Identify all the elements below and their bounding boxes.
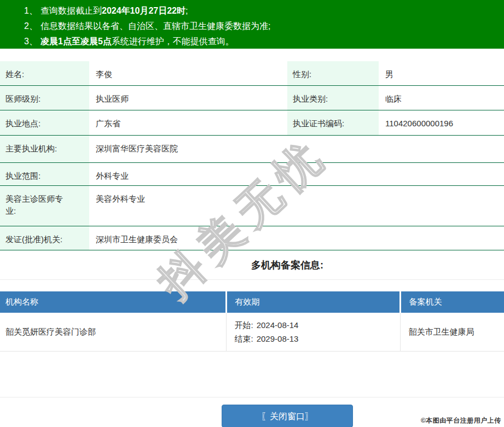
field-value-main-org: 深圳富华医疗美容医院 — [89, 135, 504, 162]
validity-end: 结束:2029-08-13 — [235, 332, 399, 346]
field-value-category: 临床 — [379, 85, 504, 110]
validity-start: 开始:2024-08-14 — [235, 318, 399, 332]
field-label-category: 执业类别: — [287, 85, 379, 110]
upload-credit-note: ©本图由平台注册用户上传 — [421, 416, 501, 425]
records-table: 机构名称 有效期 备案机关 韶关觅妍医疗美容门诊部 开始:2024-08-14 … — [0, 291, 504, 352]
field-label-name: 姓名: — [0, 61, 89, 85]
column-header-validity: 有效期 — [226, 291, 400, 313]
record-validity: 开始:2024-08-14 结束:2029-08-13 — [226, 313, 400, 352]
field-value-level: 执业医师 — [89, 85, 287, 110]
notice-banner: 1、 查询数据截止到2024年10月27日22时; 2、 信息数据结果以各省、自… — [0, 0, 504, 49]
field-value-location: 广东省 — [89, 110, 287, 135]
record-row: 韶关觅妍医疗美容门诊部 开始:2024-08-14 结束:2029-08-13 … — [0, 313, 504, 352]
field-label-scope: 执业范围: — [0, 162, 89, 185]
field-value-gender: 男 — [379, 61, 504, 85]
field-label-level: 医师级别: — [0, 85, 89, 110]
notice-line-2: 2、 信息数据结果以各省、自治区、直辖市卫生健康委数据为准; — [0, 19, 504, 34]
field-label-issuer: 发证(批准)机关: — [0, 226, 89, 250]
field-label-location: 执业地点: — [0, 110, 89, 135]
table-row: 美容主诊医师专业: 美容外科专业 — [0, 185, 504, 226]
column-header-org: 机构名称 — [0, 291, 226, 313]
notice-line-3: 3、 凌晨1点至凌晨5点系统进行维护，不能提供查询。 — [0, 34, 504, 49]
doctor-info-table: 姓名: 李俊 性别: 男 医师级别: 执业医师 执业类别: 临床 执业地点: 广… — [0, 61, 504, 250]
table-row: 执业范围: 外科专业 — [0, 162, 504, 185]
notice-number: 2、 — [24, 19, 40, 34]
notice-text: 查询数据截止到2024年10月27日22时; — [40, 3, 188, 19]
records-header-row: 机构名称 有效期 备案机关 — [0, 291, 504, 313]
notice-text: 信息数据结果以各省、自治区、直辖市卫生健康委数据为准; — [40, 19, 270, 34]
page: 1、 查询数据截止到2024年10月27日22时; 2、 信息数据结果以各省、自… — [0, 0, 504, 427]
field-value-scope: 外科专业 — [89, 162, 504, 185]
record-org: 韶关觅妍医疗美容门诊部 — [0, 313, 226, 352]
table-row: 执业地点: 广东省 执业证书编码: 110420600000196 — [0, 110, 504, 135]
table-row: 医师级别: 执业医师 执业类别: 临床 — [0, 85, 504, 110]
field-value-cosmetic-specialty: 美容外科专业 — [89, 185, 504, 226]
column-header-authority: 备案机关 — [400, 291, 504, 313]
field-value-name: 李俊 — [89, 61, 287, 85]
field-label-cert-no: 执业证书编码: — [287, 110, 379, 135]
notice-line-1: 1、 查询数据截止到2024年10月27日22时; — [0, 3, 504, 19]
notice-text: 凌晨1点至凌晨5点系统进行维护，不能提供查询。 — [40, 34, 234, 49]
table-row: 主要执业机构: 深圳富华医疗美容医院 — [0, 135, 504, 162]
close-window-button[interactable]: 〖关闭窗口〗 — [222, 405, 353, 427]
table-row: 姓名: 李俊 性别: 男 — [0, 61, 504, 85]
field-label-gender: 性别: — [287, 61, 379, 85]
field-value-cert-no: 110420600000196 — [379, 110, 504, 135]
notice-number: 1、 — [24, 3, 40, 19]
field-label-main-org: 主要执业机构: — [0, 135, 89, 162]
records-section-title: 多机构备案信息: — [0, 259, 504, 271]
notice-number: 3、 — [24, 34, 40, 49]
field-label-cosmetic-specialty: 美容主诊医师专业: — [0, 185, 89, 226]
divider — [0, 397, 504, 397]
divider — [0, 279, 504, 280]
record-authority: 韶关市卫生健康局 — [400, 313, 504, 352]
table-row: 发证(批准)机关: 深圳市卫生健康委员会 — [0, 226, 504, 250]
field-value-issuer: 深圳市卫生健康委员会 — [89, 226, 504, 250]
